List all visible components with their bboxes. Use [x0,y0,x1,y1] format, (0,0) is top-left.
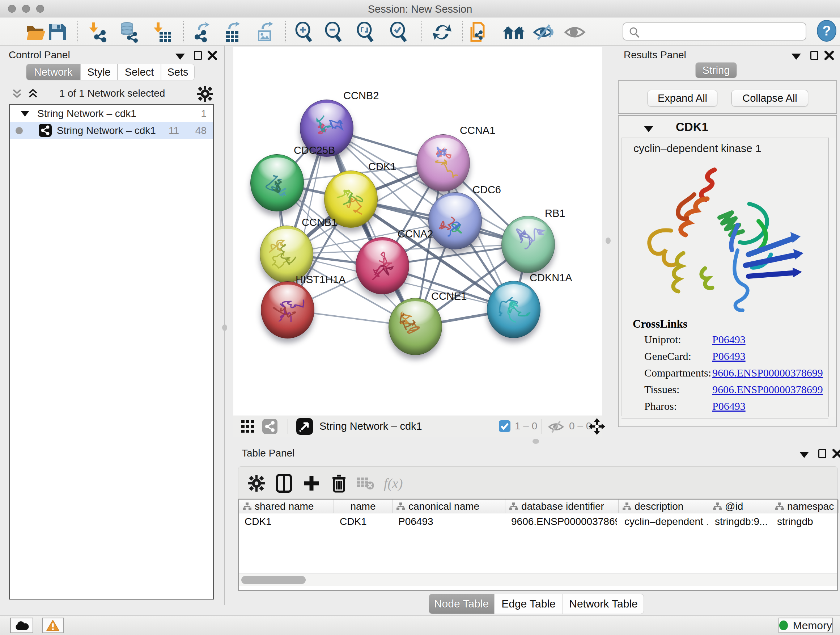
collection-expander-icon[interactable] [21,111,29,117]
panel-float-icon[interactable] [810,51,818,60]
detach-view-icon[interactable] [296,418,313,435]
panel-close-icon[interactable] [207,50,218,60]
results-horizontal-scrollbar[interactable] [622,418,829,425]
pan-move-icon[interactable] [588,417,606,435]
grid-view-icon[interactable] [241,420,255,433]
column-header-database-identifier[interactable]: database identifier [505,500,619,513]
network-node-hist1h1a[interactable] [261,281,314,339]
import-network-from-database-icon[interactable] [117,22,141,42]
add-column-icon[interactable] [301,472,322,494]
network-node-ccna2[interactable] [355,237,409,295]
table-cell[interactable]: stringdb [777,514,837,529]
network-node-ccna1[interactable] [416,134,470,192]
memory-label: Memory [793,619,832,632]
crosslink-link[interactable]: 9606.ENSP00000378699 [712,383,823,396]
crosslink-link[interactable]: P06493 [712,400,745,412]
network-node-ccne1[interactable] [388,298,442,355]
network-node-cdkn1a[interactable] [487,281,540,338]
tab-network[interactable]: Network [26,64,80,80]
warnings-button[interactable] [42,618,64,633]
export-image-icon[interactable] [252,22,275,42]
network-collection-row[interactable]: String Network – cdk1 1 [10,105,213,122]
table-settings-gear-icon[interactable] [246,472,267,494]
protein-name: CDK1 [676,120,708,134]
network-node-cdc6[interactable] [428,192,482,249]
save-session-icon[interactable] [46,22,69,42]
zoom-selected-icon[interactable] [387,22,410,42]
tab-sets[interactable]: Sets [161,64,195,80]
control-panel-title: Control Panel [9,49,70,61]
network-row-selected[interactable]: String Network – cdk1 11 48 [10,122,213,139]
network-node-cdc25b[interactable] [250,154,304,211]
column-header-description[interactable]: description [619,500,709,513]
panel-float-icon[interactable] [194,51,202,60]
string-home-icon[interactable] [502,22,525,42]
network-view-canvas[interactable]: CCNB2CCNA1CDC25BCDK1CDC6RB1CCNB1CCNA2CDK… [233,47,602,416]
table-horizontal-scrollbar[interactable] [239,573,837,586]
table-cell[interactable]: P06493 [398,514,504,529]
show-columns-icon[interactable] [273,472,295,494]
panel-close-icon[interactable] [832,448,840,459]
zoom-out-icon[interactable] [322,22,345,42]
export-network-icon[interactable] [190,22,213,42]
column-header-name[interactable]: name [334,500,393,513]
selected-nodes-checkbox-icon[interactable] [499,420,510,432]
panel-menu-icon[interactable] [175,54,185,60]
expand-all-button[interactable]: Expand All [647,90,717,106]
tab-string[interactable]: String [695,62,737,78]
collapse-all-networks-icon[interactable] [11,88,23,100]
expand-all-networks-icon[interactable] [27,88,39,100]
table-panel-title: Table Panel [242,448,294,459]
zoom-in-icon[interactable] [292,22,316,42]
cloud-status-button[interactable] [10,618,33,633]
column-header--id[interactable]: @id [709,500,771,513]
panel-menu-icon[interactable] [791,54,801,60]
collapse-all-button[interactable]: Collapse All [731,90,808,106]
crosslink-link[interactable]: 9606.ENSP00000378699 [712,367,823,379]
bottom-splitter-handle[interactable] [532,439,539,444]
scrollbar-thumb[interactable] [241,576,306,584]
delete-column-trash-icon[interactable] [328,472,350,494]
import-table-icon[interactable] [150,22,173,42]
toolbar-separator [287,419,288,434]
tab-style[interactable]: Style [80,64,118,80]
table-cell[interactable]: CDK1 [245,514,332,529]
table-cell[interactable]: 9606.ENSP00000378699 [511,514,617,529]
table-cell[interactable]: stringdb:9... [715,514,770,529]
table-cell[interactable]: cyclin–dependent ... [624,514,707,529]
export-table-icon[interactable] [219,22,242,42]
network-share-view-icon[interactable] [262,419,278,434]
protein-detail-area: cyclin–dependent kinase 1 [622,138,829,416]
zoom-fit-icon[interactable] [354,22,377,42]
warning-icon [46,619,60,632]
results-vertical-scrollbar[interactable] [829,138,836,417]
hide-panel-eye-slash-icon[interactable] [532,22,555,42]
refresh-icon[interactable] [431,22,454,42]
search-input[interactable] [622,22,806,41]
crosslink-link[interactable]: P06493 [712,350,745,363]
table-cell[interactable]: CDK1 [340,514,391,529]
crosslink-link[interactable]: P06493 [712,333,745,346]
protein-expander-icon[interactable] [644,126,653,132]
column-header-shared-name[interactable]: shared name [239,500,334,513]
panel-menu-icon[interactable] [799,452,809,458]
node-label-cdc25b: CDC25B [294,144,335,157]
panel-float-icon[interactable] [818,449,826,458]
network-options-gear-icon[interactable] [197,86,213,102]
column-header-namespac[interactable]: namespac [771,500,838,513]
open-session-icon[interactable] [25,22,48,42]
memory-button[interactable]: Memory [778,618,833,633]
import-network-icon[interactable] [87,22,110,42]
network-node-count: 11 [169,125,179,136]
tab-node-table[interactable]: Node Table [429,594,494,614]
tab-edge-table[interactable]: Edge Table [494,594,563,614]
panel-close-icon[interactable] [824,50,834,60]
help-icon[interactable]: ? [815,21,838,41]
tab-select[interactable]: Select [118,64,161,80]
network-node-rb1[interactable] [501,216,555,273]
left-splitter-handle[interactable] [222,325,227,331]
tab-network-table[interactable]: Network Table [563,594,644,614]
right-splitter-handle[interactable] [606,238,611,244]
column-header-canonical-name[interactable]: canonical name [393,500,505,513]
clone-network-icon[interactable] [468,22,491,42]
